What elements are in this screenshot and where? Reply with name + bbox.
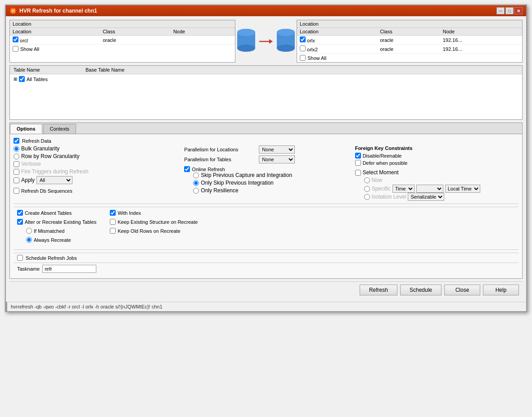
right-row1-checkbox[interactable] [300,36,306,42]
only-skip-integration-row: Only Skip Previous Integration [193,180,347,186]
bulk-granularity-radio[interactable] [14,146,19,152]
parallelism-locations-select[interactable]: None [259,145,295,154]
taskname-label: Taskname [17,266,40,272]
select-moment-checkbox[interactable] [355,170,361,176]
options-body: Refresh Data Bulk Granularity Row by Row… [10,134,522,278]
verbose-checkbox[interactable] [14,161,19,167]
always-recreate-radio[interactable] [26,237,32,243]
all-tables-tree-item: ⊞ All Tables [14,76,518,82]
skip-previous-radio[interactable] [193,172,199,178]
main-window: H HVR Refresh for channel chn1 ─ □ ✕ Loc… [5,5,527,312]
close-window-button[interactable]: ✕ [514,7,523,14]
row-granularity-label: Row by Row Granularity [21,153,79,159]
isolation-select[interactable]: Serializable [408,193,444,201]
if-mismatched-radio[interactable] [26,228,32,234]
taskname-row: Taskname [14,263,518,275]
title-bar: H HVR Refresh for channel chn1 ─ □ ✕ [6,5,526,16]
tree-expand-icon[interactable]: ⊞ [14,77,17,82]
specific-radio[interactable] [364,186,370,192]
only-resilience-radio[interactable] [193,188,199,194]
main-content: Location Location Class Node [6,16,526,302]
select-moment-row: Select Moment [355,169,518,176]
right-location-table: Location Class Node orlx oracle 1 [297,28,522,54]
left-location-footer: Show All [10,45,235,53]
left-location-title: Location [10,20,235,28]
select-moment-section: Select Moment Now Specific Time [355,169,518,201]
schedule-checkbox[interactable] [17,255,23,261]
only-skip-integration-radio[interactable] [193,180,199,186]
maximize-button[interactable]: □ [505,7,514,14]
now-radio[interactable] [364,177,370,183]
specific-value-select[interactable] [416,185,443,193]
alter-recreate-checkbox[interactable] [17,219,23,225]
row-granularity-radio[interactable] [14,154,19,159]
options-col-middle: Parallelism for Locations None Paralleli… [184,145,347,201]
parallelism-tables-row: Parallelism for Tables None [184,155,347,163]
tabs-section: Options Contexts Refresh Data Bulk Granu… [9,122,523,279]
status-text: hvrrefresh -qb -qwo -cbkf -r orcl -l orl… [11,304,162,309]
right-row1-class: oracle [377,36,440,45]
left-show-all-label: Show All [20,46,39,52]
refresh-data-checkbox[interactable] [14,138,19,144]
parallelism-tables-select[interactable]: None [259,155,295,163]
verbose-label: Verbose [21,161,41,167]
all-tables-label: All Tables [27,77,48,82]
close-button[interactable]: Close [444,285,480,295]
only-skip-integration-label: Only Skip Previous Integration [201,180,273,186]
help-button[interactable]: Help [483,285,519,295]
right-row1-node: 192.16... [440,36,522,45]
parallelism-tables-label: Parallelism for Tables [184,157,256,162]
fk-defer-label: Defer when possible [363,160,408,166]
parallelism-locations-label: Parallelism for Locations [184,147,256,152]
minimize-button[interactable]: ─ [496,7,505,14]
schedule-button[interactable]: Schedule [400,285,442,295]
right-row1-checkbox-cell: orlx [297,36,377,45]
parallelism-locations-row: Parallelism for Locations None [184,145,347,154]
db-arrow [235,28,297,55]
keep-structure-row: Keep Existing Structure on Recreate [110,219,198,225]
left-row1-checkbox[interactable] [13,36,18,42]
svg-text:H: H [11,9,14,14]
section-divider-1 [14,204,518,204]
right-show-all-checkbox[interactable] [300,55,306,61]
keep-old-rows-checkbox[interactable] [110,228,116,234]
apply-select[interactable]: All [36,176,72,184]
refresh-button[interactable]: Refresh [360,285,397,295]
with-index-checkbox[interactable] [110,210,116,216]
fk-disable-checkbox[interactable] [355,153,361,159]
create-absent-checkbox[interactable] [17,210,23,216]
tab-bar: Options Contexts [10,123,522,134]
apply-label: Apply [21,177,35,183]
left-row1-checkbox-cell: orcl [10,36,100,45]
apply-checkbox[interactable] [14,177,19,183]
online-refresh-checkbox[interactable] [184,166,190,172]
specific-time-select[interactable]: Time [392,185,415,193]
local-time-select[interactable]: Local Time [445,185,480,193]
create-absent-row: Create Absent Tables [17,210,96,216]
right-show-all-label: Show All [307,55,326,61]
right-row2-class: oracle [377,45,440,54]
refresh-db-seq-checkbox[interactable] [14,188,19,194]
arrow-icon [259,37,273,46]
right-row2-checkbox[interactable] [300,45,306,51]
left-show-all-checkbox[interactable] [13,46,18,52]
fk-defer-checkbox[interactable] [355,160,361,166]
tab-options[interactable]: Options [10,124,42,134]
tab-contexts[interactable]: Contexts [43,124,76,134]
skip-previous-label: Skip Previous Capture and Integration [201,172,292,178]
table-body: ⊞ All Tables [10,74,522,119]
right-location-row-2: orlx2 oracle 192.16... [297,45,522,54]
schedule-row: Schedule Refresh Jobs [14,253,518,263]
all-tables-checkbox[interactable] [19,76,25,82]
keep-structure-checkbox[interactable] [110,219,116,225]
right-col-class: Class [377,28,440,36]
right-row2-checkbox-cell: orlx2 [297,45,377,54]
fire-triggers-checkbox[interactable] [14,169,19,175]
left-location-panel: Location Location Class Node [9,20,235,63]
fire-triggers-label: Fire Triggers during Refresh [21,168,88,175]
title-bar-left: H HVR Refresh for channel chn1 [9,7,97,14]
taskname-input[interactable] [42,265,96,273]
with-index-label: With Index [117,210,141,216]
isolation-radio[interactable] [364,194,370,200]
right-row1-location: orlx [307,38,315,43]
